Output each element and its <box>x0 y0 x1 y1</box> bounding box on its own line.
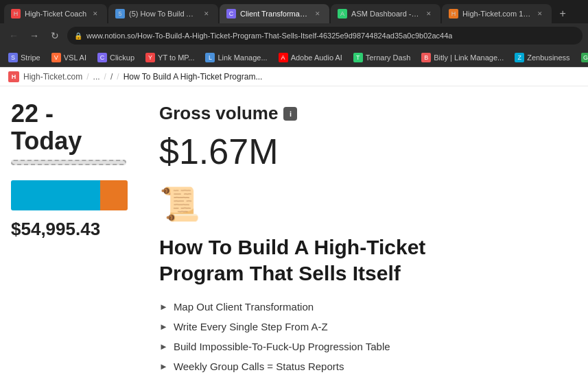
bullet-list: ► Map Out Client Transformation ► Write … <box>159 300 566 377</box>
bookmark-google-voice[interactable]: G Google Voice <box>578 51 588 64</box>
new-tab-button[interactable]: + <box>553 4 572 23</box>
notion-site-icon: H <box>8 71 19 82</box>
tab-label-3: Client Transformation Visu... <box>240 10 309 18</box>
bookmark-link[interactable]: L Link Manage... <box>202 51 270 64</box>
bookmark-favicon-yt: Y <box>145 53 155 62</box>
bookmark-favicon-clickup: C <box>97 53 107 62</box>
bullet-item-3: ► Build Impossible-To-Fuck-Up Progressio… <box>159 339 566 354</box>
nav-bar: ← → ↻ 🔒 www.notion.so/How-To-Build-A-Hig… <box>0 23 588 48</box>
tab-favicon-2: 5 <box>115 9 125 19</box>
breadcrumb-sep-2: / <box>104 72 106 82</box>
breadcrumb-free-course[interactable]: / <box>110 72 113 82</box>
bullet-text-2: Write Every Single Step From A-Z <box>174 319 328 334</box>
tab-label-2: (5) How To Build A High-Ti... <box>129 10 198 18</box>
breadcrumb-sep-3: / <box>117 72 119 82</box>
tab-label-1: High-Ticket Coach <box>25 10 86 18</box>
bookmark-favicon-bitly: B <box>421 53 431 62</box>
chart-bar-orange <box>100 180 128 210</box>
gross-amount: $1.67M <box>159 132 566 171</box>
forward-button[interactable]: → <box>26 27 43 44</box>
left-panel: 22 - Today $54,995.43 <box>0 86 137 377</box>
tab-favicon-3: C <box>226 9 236 19</box>
bullet-arrow-2: ► <box>159 321 168 333</box>
url-text: www.notion.so/How-To-Build-A-High-Ticket… <box>86 32 452 40</box>
bullet-item-2: ► Write Every Single Step From A-Z <box>159 319 566 334</box>
bookmark-yt[interactable]: Y YT to MP... <box>143 51 197 64</box>
bookmark-vslai[interactable]: V VSL AI <box>49 51 89 64</box>
breadcrumb-sep-1: / <box>86 72 89 82</box>
bookmark-label-ternary: Ternary Dash <box>366 53 410 62</box>
bookmark-favicon-link: L <box>205 53 215 62</box>
bookmark-favicon-gv: G <box>581 53 588 62</box>
breadcrumb-ellipsis[interactable]: ... <box>93 72 100 82</box>
bookmark-label-stripe: Stripe <box>21 53 40 62</box>
bookmark-ternary[interactable]: T Ternary Dash <box>351 51 413 64</box>
tab-asm-dashboard[interactable]: A ASM Dashboard - Simon V... ✕ <box>331 4 440 23</box>
tab-bar: H High-Ticket Coach ✕ 5 (5) How To Build… <box>0 0 588 23</box>
bullet-text-1: Map Out Client Transformation <box>174 300 314 314</box>
bullet-item-1: ► Map Out Client Transformation <box>159 300 566 314</box>
breadcrumb-home[interactable]: High-Ticket.com <box>23 72 82 82</box>
large-dollar-number: $54,995.43 <box>11 219 126 240</box>
breadcrumb: H High-Ticket.com / ... / / / How To Bui… <box>0 67 588 86</box>
tab-favicon-1: H <box>11 9 21 19</box>
tab-close-3[interactable]: ✕ <box>313 9 322 19</box>
bookmark-adobe[interactable]: A Adobe Audio AI <box>276 51 345 64</box>
bookmark-favicon-vslai: V <box>51 53 61 62</box>
right-panel: Gross volume i $1.67M 📜 How To Build A H… <box>137 86 588 377</box>
progress-bar-dashed <box>11 160 126 165</box>
date-range-label: 22 - Today <box>11 100 126 154</box>
bookmark-label-yt: YT to MP... <box>158 53 194 62</box>
tab-label-4: ASM Dashboard - Simon V... <box>351 10 420 18</box>
gross-volume-title: Gross volume <box>159 103 278 124</box>
bookmark-zenbusiness[interactable]: Z Zenbusiness <box>512 51 572 64</box>
tab-close-5[interactable]: ✕ <box>535 9 545 19</box>
security-lock-icon: 🔒 <box>74 32 82 40</box>
tab-close-1[interactable]: ✕ <box>91 9 100 19</box>
bookmark-label-zen: Zenbusiness <box>527 53 569 62</box>
bookmark-clickup[interactable]: C Clickup <box>95 51 137 64</box>
bar-chart <box>11 176 134 210</box>
bookmark-bitly[interactable]: B Bitly | Link Manage... <box>419 51 506 64</box>
bookmark-label-vslai: VSL AI <box>64 53 86 62</box>
reload-button[interactable]: ↻ <box>47 27 63 44</box>
address-bar[interactable]: 🔒 www.notion.so/How-To-Build-A-High-Tick… <box>67 27 583 45</box>
bookmark-stripe[interactable]: S Stripe <box>5 51 43 64</box>
page-title: How To Build A High-Ticket Program That … <box>159 234 502 286</box>
tab-how-to-build[interactable]: 5 (5) How To Build A High-Ti... ✕ <box>108 4 218 23</box>
tab-high-ticket-coach[interactable]: H High-Ticket Coach ✕ <box>4 4 107 23</box>
tab-favicon-5: H <box>449 9 458 19</box>
tab-label-5: High-Ticket.com 1.0 - Doc... <box>462 10 531 18</box>
back-button[interactable]: ← <box>5 27 22 44</box>
tab-high-ticket-doc[interactable]: H High-Ticket.com 1.0 - Doc... ✕ <box>442 4 552 23</box>
tab-client-transformation[interactable]: C Client Transformation Visu... ✕ <box>220 4 329 23</box>
bookmark-favicon-ternary: T <box>353 53 363 62</box>
chart-bar-blue <box>11 180 100 210</box>
scroll-emoji: 📜 <box>159 188 566 221</box>
bookmark-favicon-stripe: S <box>8 53 18 62</box>
progress-bar-container <box>11 160 126 165</box>
bullet-arrow-4: ► <box>159 361 168 373</box>
bookmark-label-adobe: Adobe Audio AI <box>291 53 342 62</box>
bookmark-favicon-adobe: A <box>279 53 288 62</box>
tab-close-2[interactable]: ✕ <box>202 9 211 19</box>
bullet-arrow-3: ► <box>159 341 168 353</box>
bookmarks-bar: S Stripe V VSL AI C Clickup Y YT to MP..… <box>0 48 588 67</box>
tab-close-4[interactable]: ✕ <box>424 9 434 19</box>
bookmark-label-link: Link Manage... <box>217 53 267 62</box>
bookmark-label-clickup: Clickup <box>110 53 134 62</box>
bullet-arrow-1: ► <box>159 301 168 313</box>
bullet-text-4: Weekly Group Calls = Status Reports <box>174 359 344 374</box>
bookmark-favicon-zen: Z <box>515 53 524 62</box>
tab-favicon-4: A <box>338 9 347 19</box>
gross-volume-header: Gross volume i <box>159 103 566 124</box>
main-content: 22 - Today $54,995.43 Gross volume i $1.… <box>0 86 588 377</box>
bullet-item-4: ► Weekly Group Calls = Status Reports <box>159 359 566 374</box>
breadcrumb-current: How To Build A High-Ticket Program... <box>124 72 263 82</box>
bookmark-label-bitly: Bitly | Link Manage... <box>434 53 504 62</box>
info-icon[interactable]: i <box>283 107 297 121</box>
bullet-text-3: Build Impossible-To-Fuck-Up Progression … <box>174 339 390 354</box>
